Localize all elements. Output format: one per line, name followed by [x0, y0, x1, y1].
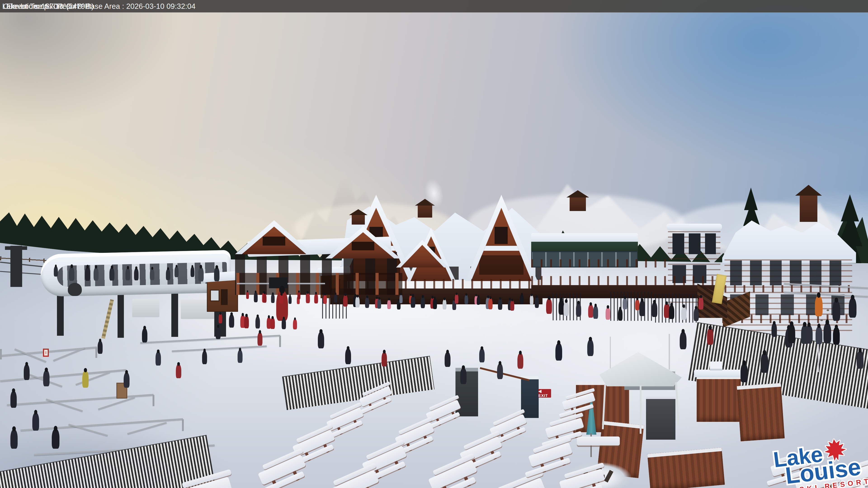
- skier-head: [307, 291, 309, 294]
- skier-figure: [10, 429, 18, 449]
- skier-figure: [387, 300, 391, 309]
- scene-dynamic-layer: [0, 0, 868, 488]
- skier-figure: [520, 294, 524, 304]
- skier-figure: [166, 269, 170, 280]
- skier-figure: [606, 307, 610, 320]
- skier-figure: [465, 295, 468, 304]
- skier-head: [636, 297, 638, 300]
- skier-head: [565, 299, 567, 303]
- skier-figure: [176, 364, 181, 378]
- skier-head: [653, 300, 656, 304]
- skier-figure: [593, 306, 598, 319]
- skier-figure: [69, 267, 74, 281]
- skier-head: [456, 293, 458, 295]
- skier-figure: [833, 327, 839, 345]
- skier-figure: [741, 363, 748, 382]
- skier-head: [773, 321, 775, 325]
- skier-figure: [498, 299, 502, 310]
- skier-head: [281, 293, 283, 296]
- skier-head: [259, 330, 261, 334]
- skier-head: [619, 307, 621, 310]
- skier-figure: [555, 343, 562, 361]
- skier-figure: [125, 268, 130, 281]
- skier-head: [763, 350, 766, 355]
- skier-head: [521, 293, 523, 295]
- skier-figure: [857, 351, 864, 369]
- skier-figure: [293, 319, 297, 329]
- skier-head: [335, 293, 337, 295]
- skier-head: [531, 294, 532, 296]
- skier-head: [12, 426, 16, 431]
- skier-head: [230, 312, 233, 316]
- skier-figure: [433, 298, 437, 309]
- skier-head: [70, 264, 73, 268]
- skier-head: [347, 346, 350, 350]
- skier-figure: [254, 292, 258, 302]
- skier-head: [607, 305, 609, 308]
- skier-head: [264, 292, 266, 294]
- skier-head: [376, 296, 378, 299]
- skier-head: [125, 370, 128, 374]
- skier-head: [319, 329, 322, 333]
- skier-figure: [355, 296, 360, 307]
- skier-head: [354, 294, 356, 297]
- skier-figure: [257, 332, 263, 346]
- picnic-table: [161, 467, 248, 488]
- skier-figure: [150, 269, 154, 281]
- skier-head: [242, 313, 244, 316]
- skier-head: [557, 340, 560, 345]
- skier-head: [127, 266, 129, 269]
- skier-head: [289, 294, 291, 296]
- skier-head: [817, 324, 820, 328]
- skier-head: [519, 351, 522, 355]
- skier-head: [247, 290, 248, 292]
- skier-figure: [43, 370, 49, 386]
- skier-head: [509, 298, 511, 300]
- skier-head: [12, 388, 15, 393]
- skier-figure: [680, 332, 686, 349]
- skier-head: [191, 265, 193, 268]
- skier-head: [34, 410, 37, 415]
- skier-figure: [263, 293, 267, 303]
- skier-figure: [216, 326, 220, 339]
- skier-head: [412, 294, 414, 297]
- skier-head: [807, 322, 811, 327]
- skier-figure: [175, 266, 179, 277]
- skier-figure: [477, 296, 480, 305]
- skier-head: [499, 361, 502, 365]
- skier-figure: [421, 297, 425, 308]
- skier-head: [665, 301, 668, 305]
- skier-figure: [134, 268, 138, 281]
- skier-figure: [306, 293, 310, 303]
- skier-figure: [587, 339, 594, 356]
- skier-figure: [229, 314, 234, 328]
- skier-figure: [445, 352, 450, 367]
- skier-head: [99, 339, 101, 342]
- skier-head: [432, 296, 434, 299]
- skier-head: [199, 265, 202, 269]
- skier-figure: [271, 294, 275, 303]
- skier-head: [378, 297, 380, 300]
- skier-figure: [365, 297, 369, 308]
- skier-head: [143, 326, 146, 330]
- skier-head: [245, 314, 248, 317]
- skier-figure: [298, 292, 301, 299]
- skier-figure: [535, 297, 539, 308]
- skier-figure: [411, 296, 415, 308]
- skier-head: [344, 293, 346, 296]
- skier-figure: [255, 316, 260, 328]
- skier-figure: [334, 294, 337, 302]
- skier-figure: [635, 299, 640, 310]
- skier-figure: [761, 353, 768, 373]
- skier-head: [548, 296, 550, 300]
- skier-head: [268, 315, 270, 318]
- picnic-table: [245, 445, 321, 488]
- skier-head: [204, 349, 206, 352]
- skier-head: [157, 350, 159, 353]
- webcam-overlay-bar: Lake Louise Ski Resort - Base Area : 202…: [0, 0, 868, 12]
- skier-head: [511, 299, 513, 301]
- skier-head: [95, 265, 97, 269]
- skier-figure: [618, 308, 622, 321]
- skier-figure: [399, 294, 403, 303]
- skier-head: [683, 304, 685, 308]
